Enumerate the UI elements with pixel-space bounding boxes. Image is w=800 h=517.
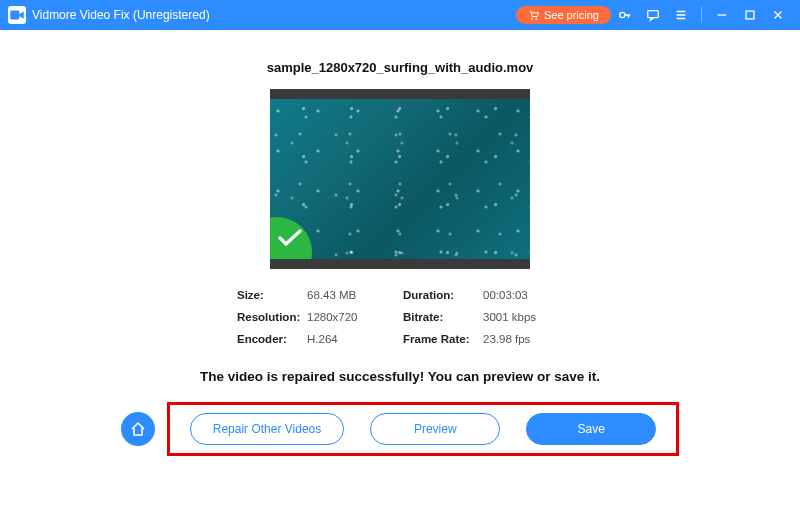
save-button[interactable]: Save (526, 413, 656, 445)
bitrate-value: 3001 kbps (483, 311, 563, 323)
preview-button[interactable]: Preview (370, 413, 500, 445)
window-title: Vidmore Video Fix (Unregistered) (32, 8, 210, 22)
svg-rect-5 (746, 11, 754, 19)
thumbnail-image (270, 99, 530, 259)
home-button[interactable] (121, 412, 155, 446)
bitrate-label: Bitrate: (403, 311, 483, 323)
button-highlight-box: Repair Other Videos Preview Save (167, 402, 680, 456)
resolution-value: 1280x720 (307, 311, 403, 323)
see-pricing-button[interactable]: See pricing (516, 6, 611, 24)
framerate-value: 23.98 fps (483, 333, 563, 345)
encoder-label: Encoder: (237, 333, 307, 345)
resolution-label: Resolution: (237, 311, 307, 323)
metadata-grid: Size: 68.43 MB Duration: 00:03:03 Resolu… (237, 289, 563, 345)
status-message: The video is repaired successfully! You … (200, 369, 600, 384)
framerate-label: Frame Rate: (403, 333, 483, 345)
feedback-icon[interactable] (639, 0, 667, 30)
svg-point-3 (620, 12, 625, 17)
see-pricing-label: See pricing (544, 9, 599, 21)
action-row: Repair Other Videos Preview Save (121, 402, 680, 456)
duration-value: 00:03:03 (483, 289, 563, 301)
file-name: sample_1280x720_surfing_with_audio.mov (267, 60, 534, 75)
close-button[interactable] (764, 0, 792, 30)
size-value: 68.43 MB (307, 289, 403, 301)
svg-point-1 (531, 18, 533, 20)
repair-other-videos-button[interactable]: Repair Other Videos (190, 413, 345, 445)
key-icon[interactable] (611, 0, 639, 30)
size-label: Size: (237, 289, 307, 301)
app-logo-icon (8, 6, 26, 24)
encoder-value: H.264 (307, 333, 403, 345)
duration-label: Duration: (403, 289, 483, 301)
main-content: sample_1280x720_surfing_with_audio.mov S… (0, 30, 800, 517)
titlebar: Vidmore Video Fix (Unregistered) See pri… (0, 0, 800, 30)
svg-point-2 (535, 18, 537, 20)
maximize-button[interactable] (736, 0, 764, 30)
video-thumbnail (270, 89, 530, 269)
svg-rect-4 (648, 11, 659, 18)
minimize-button[interactable] (708, 0, 736, 30)
menu-icon[interactable] (667, 0, 695, 30)
titlebar-divider (701, 7, 702, 23)
svg-rect-0 (10, 11, 19, 20)
app-window: Vidmore Video Fix (Unregistered) See pri… (0, 0, 800, 517)
